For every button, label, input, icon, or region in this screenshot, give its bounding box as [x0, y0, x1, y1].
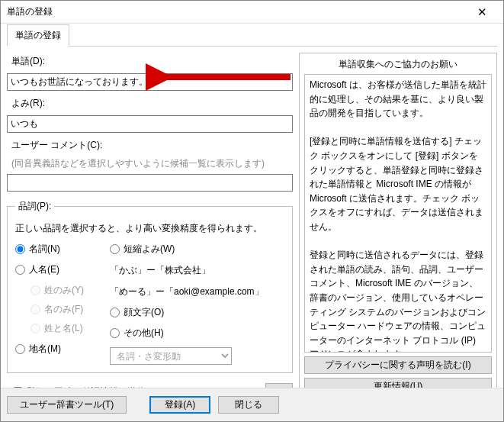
radio-noun[interactable]: 名詞(N)	[15, 243, 84, 256]
comment-hint: (同音異義語などを選択しやすいように候補一覧に表示します)	[7, 157, 293, 170]
example-2: 「めーる」ー「aoki@example.com」	[110, 285, 264, 298]
right-title: 単語収集へのご協力のお願い	[304, 58, 492, 71]
radio-emoticon[interactable]: 顔文字(O)	[110, 306, 264, 319]
subtype-select[interactable]: 名詞・さ変形動	[110, 347, 232, 365]
radio-other[interactable]: その他(H)	[110, 327, 264, 340]
radio-full-name: 姓と名(L)	[30, 322, 84, 335]
footer: ユーザー辞書ツール(T) 登録(A) 閉じる	[1, 388, 503, 421]
reading-label: よみ(R):	[11, 97, 293, 110]
word-label: 単語(D):	[11, 55, 293, 68]
radio-place[interactable]: 地名(M)	[15, 343, 84, 356]
info-textarea[interactable]	[304, 74, 492, 353]
comment-label: ユーザー コメント(C):	[11, 139, 293, 152]
register-button[interactable]: 登録(A)	[149, 396, 210, 414]
radio-given-only: 名のみ(F)	[30, 303, 84, 316]
reading-input[interactable]	[7, 115, 293, 133]
radio-short-reading[interactable]: 短縮よみ(W)	[110, 243, 264, 256]
word-input[interactable]	[7, 73, 293, 91]
titlebar: 単語の登録 ✕	[1, 1, 503, 24]
tab-strip: 単語の登録	[7, 24, 497, 47]
close-button[interactable]: 閉じる	[218, 396, 279, 414]
pos-note: 正しい品詞を選択すると、より高い変換精度を得られます。	[15, 222, 284, 235]
tab-word-register[interactable]: 単語の登録	[7, 24, 69, 47]
close-icon[interactable]: ✕	[467, 5, 497, 19]
dict-tool-button[interactable]: ユーザー辞書ツール(T)	[7, 396, 127, 414]
radio-person[interactable]: 人名(E)	[15, 263, 84, 276]
pos-group: 品詞(P): 正しい品詞を選択すると、より高い変換精度を得られます。 名詞(N)…	[7, 200, 293, 373]
radio-surname-only: 姓のみ(Y)	[30, 284, 84, 297]
privacy-button[interactable]: プライバシーに関する声明を読む(I)	[304, 356, 492, 374]
window-title: 単語の登録	[7, 5, 467, 18]
pos-legend: 品詞(P):	[15, 200, 54, 213]
comment-input[interactable]	[7, 174, 293, 192]
example-1: 「かぶ」ー「株式会社」	[110, 263, 264, 277]
